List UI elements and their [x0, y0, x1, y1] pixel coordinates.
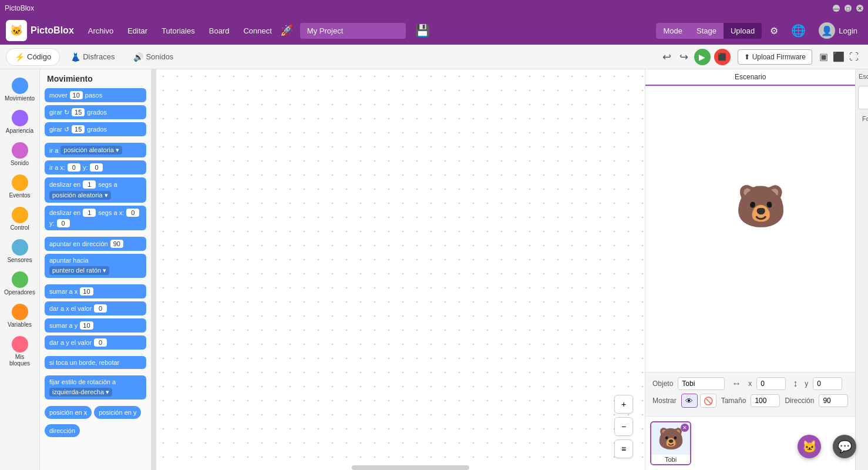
block-rebotar[interactable]: si toca un borde, rebotar	[45, 356, 146, 369]
block-deslizar-xy[interactable]: deslizar en 1 segs a x: 0 y: 0	[45, 206, 146, 230]
mode-button[interactable]: Mode	[656, 23, 689, 39]
arrow-x-icon: ↔	[732, 378, 741, 389]
tab-sonidos[interactable]: 🔊 Sonidos	[125, 49, 181, 65]
category-control[interactable]: Control	[2, 203, 38, 234]
logo: 🐱 PictoBlox	[6, 20, 74, 41]
control-circle	[12, 207, 28, 223]
block-apuntar-hacia[interactable]: apuntar hacia puntero del ratón ▾	[45, 254, 146, 278]
movimiento-label: Movimiento	[5, 95, 35, 102]
categories-panel: Movimiento Apariencia Sonido Eventos Con…	[0, 69, 40, 470]
tamano-input[interactable]	[751, 394, 780, 407]
direccion-input[interactable]	[819, 394, 848, 407]
chat-fab-button[interactable]: 💬	[833, 435, 856, 458]
undo-button[interactable]: ↩	[660, 48, 674, 66]
x-label: x	[748, 380, 752, 388]
tamano-label: Tamaño	[721, 397, 746, 405]
tab-escenario[interactable]: Escenario	[645, 69, 855, 86]
category-eventos[interactable]: Eventos	[2, 171, 38, 202]
project-name-input[interactable]	[300, 23, 406, 39]
stage-button[interactable]: Stage	[689, 23, 724, 39]
category-sonido[interactable]: Sonido	[2, 139, 38, 170]
tab-disfraces[interactable]: 👗 Disfraces	[62, 49, 123, 65]
login-button[interactable]: 👤 Login	[814, 20, 862, 41]
menubar: 🐱 PictoBlox Archivo Editar Tutoriales Bo…	[0, 16, 868, 45]
upload-firmware-button[interactable]: ⬆ Upload Firmware	[738, 49, 812, 65]
zoom-out-button[interactable]: −	[614, 417, 633, 436]
close-button[interactable]: ✕	[856, 5, 863, 12]
menu-board[interactable]: Board	[203, 23, 235, 39]
stage-small-button[interactable]: ▣	[818, 50, 829, 63]
logo-icon: 🐱	[6, 20, 27, 41]
menu-tutoriales[interactable]: Tutoriales	[156, 23, 201, 39]
block-sumar-y[interactable]: sumar a y 10	[45, 318, 146, 333]
category-sensores[interactable]: Sensores	[2, 236, 38, 267]
block-girar-cw[interactable]: girar ↻ 15 grados	[45, 105, 146, 119]
category-apariencia[interactable]: Apariencia	[2, 106, 38, 137]
stage-fullscreen-button[interactable]: ⛶	[848, 50, 860, 63]
block-deslizar-pos[interactable]: deslizar en 1 segs a posición aleatoria …	[45, 177, 146, 203]
rocket-icon[interactable]: 🚀	[280, 24, 293, 37]
object-info: Objeto ↔ x ↕ y Mostrar 👁 🚫	[645, 372, 855, 416]
block-girar-ccw[interactable]: girar ↺ 15 grados	[45, 122, 146, 136]
divider-blocks-script[interactable]	[152, 69, 156, 470]
fit-button[interactable]: ≡	[614, 439, 633, 458]
variables-label: Variables	[8, 321, 32, 328]
show-visible-button[interactable]: 👁	[681, 394, 698, 408]
settings-button[interactable]: ⚙	[765, 23, 783, 39]
menu-connect[interactable]: Connect	[237, 23, 277, 39]
category-movimiento[interactable]: Movimiento	[2, 74, 38, 105]
backdrop-panel: Escenario Fondos 1	[855, 69, 868, 470]
show-hidden-button[interactable]: 🚫	[700, 394, 716, 408]
show-btns: 👁 🚫	[681, 394, 716, 408]
reporter-pos-y[interactable]: posición en y	[94, 406, 141, 419]
horizontal-scrollbar[interactable]	[352, 465, 469, 470]
y-input[interactable]	[813, 377, 842, 390]
script-area[interactable]: + − ≡	[156, 69, 645, 470]
info-row-show: Mostrar 👁 🚫 Tamaño Dirección	[652, 394, 848, 408]
reporter-pos-x[interactable]: posición en x	[45, 406, 92, 419]
eventos-label: Eventos	[9, 192, 30, 199]
backdrop-thumb[interactable]	[858, 86, 868, 109]
upload-button[interactable]: Upload	[724, 23, 762, 39]
x-input[interactable]	[756, 377, 786, 390]
tab-sonidos-label: Sonidos	[146, 52, 173, 61]
stage-large-button[interactable]: ⬛	[832, 50, 846, 63]
maximize-button[interactable]: □	[845, 5, 852, 12]
tab-codigo[interactable]: ⚡ Código	[6, 48, 60, 66]
misbloques-circle	[12, 336, 28, 352]
go-button[interactable]: ▶	[694, 49, 711, 65]
block-ir-xy[interactable]: ir a x: 0 y: 0	[45, 160, 146, 174]
objeto-name-input[interactable]	[678, 377, 725, 390]
category-variables[interactable]: Variables	[2, 300, 38, 331]
block-apuntar[interactable]: apuntar en dirección 90	[45, 237, 146, 251]
help-fab-button[interactable]: 🐱	[798, 435, 821, 458]
arrow-y-icon: ↕	[793, 378, 798, 389]
block-sumar-x[interactable]: sumar a x 10	[45, 284, 146, 298]
stop-button[interactable]: ⬛	[714, 49, 731, 65]
block-ir-a[interactable]: ir a posición aleatoria ▾	[45, 143, 146, 157]
tab-codigo-label: Código	[27, 52, 51, 61]
minimize-button[interactable]: —	[833, 5, 840, 12]
reporter-direccion[interactable]: dirección	[45, 424, 80, 437]
zoom-in-button[interactable]: +	[614, 395, 633, 414]
apariencia-label: Apariencia	[6, 127, 33, 134]
tabs-right: ↩ ↪ ▶ ⬛ ⬆ Upload Firmware ▣ ⬛ ⛶	[660, 48, 862, 66]
variables-circle	[12, 304, 28, 320]
blocks-panel: Movimiento mover 10 pasos girar ↻ 15 gra…	[40, 69, 152, 470]
block-mover[interactable]: mover 10 pasos	[45, 88, 146, 102]
save-button[interactable]: 💾	[413, 21, 432, 40]
sprite-tobi[interactable]: ✕ 🐻 Tobi	[650, 421, 691, 465]
category-operadores[interactable]: Operadores	[2, 268, 38, 299]
stage-resize-btns: ▣ ⬛ ⛶	[816, 50, 862, 63]
menu-editar[interactable]: Editar	[122, 23, 153, 39]
language-button[interactable]: 🌐	[786, 21, 810, 40]
window-controls: — □ ✕	[833, 5, 863, 12]
sprite-delete-button[interactable]: ✕	[681, 424, 689, 432]
redo-button[interactable]: ↪	[677, 48, 691, 66]
control-label: Control	[10, 224, 29, 231]
menu-archivo[interactable]: Archivo	[82, 23, 119, 39]
category-misbloques[interactable]: Mis bloques	[2, 333, 38, 370]
block-fijar-rotacion[interactable]: fijar estilo de rotación a izquierda-der…	[45, 375, 146, 400]
block-dar-y[interactable]: dar a y el valor 0	[45, 335, 146, 350]
block-dar-x[interactable]: dar a x el valor 0	[45, 301, 146, 315]
